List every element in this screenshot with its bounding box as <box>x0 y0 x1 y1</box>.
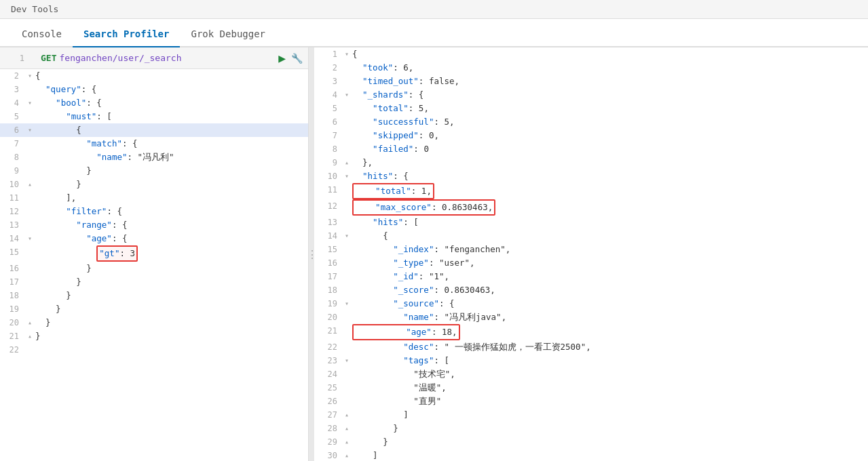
left-code-line-19: 19 } <box>0 302 308 316</box>
fold-icon[interactable]: ▾ <box>24 232 35 245</box>
left-code-line-18: 18 } <box>0 289 308 302</box>
app-title: Dev Tools <box>11 4 58 14</box>
right-code-content: "_type": "user", <box>352 256 868 270</box>
line-number: 13 <box>0 218 24 232</box>
code-content: "filter": { <box>35 205 308 218</box>
right-code-content: "_shards": { <box>352 88 868 102</box>
line-number: 2 <box>314 61 341 75</box>
line-number: 2 <box>0 69 24 83</box>
right-code-content: } <box>352 435 868 449</box>
right-code-line-26: 26 "直男" <box>314 395 868 408</box>
left-code-line-15: 15 "gt": 3 <box>0 245 308 262</box>
line-number: 23 <box>314 354 341 367</box>
fold-icon[interactable]: ▴ <box>341 408 352 422</box>
fold-icon[interactable]: ▴ <box>341 422 352 435</box>
fold-icon[interactable]: ▾ <box>341 354 352 367</box>
line-number: 5 <box>0 110 24 123</box>
right-code-content: "_source": { <box>352 297 868 310</box>
fold-icon[interactable]: ▴ <box>341 156 352 169</box>
line-number: 8 <box>0 151 24 164</box>
code-content: ], <box>35 191 308 205</box>
fold-icon[interactable]: ▾ <box>341 229 352 243</box>
code-content: } <box>35 329 308 343</box>
right-code-line-12: 12 "max_score": 0.8630463, <box>314 199 868 216</box>
right-code-line-16: 16 "_type": "user", <box>314 256 868 270</box>
tab-grok-debugger[interactable]: Grok Debugger <box>180 22 276 47</box>
line-number: 15 <box>0 245 24 259</box>
left-panel: 1 GET fenganchen/user/_search ▶ 🔧 2▾{3 "… <box>0 47 309 461</box>
main-content: 1 GET fenganchen/user/_search ▶ 🔧 2▾{3 "… <box>0 47 868 461</box>
right-code-line-11: 11 "total": 1, <box>314 183 868 199</box>
line-number: 4 <box>0 96 24 110</box>
fold-icon[interactable]: ▴ <box>341 449 352 461</box>
right-code-content: ] <box>352 449 868 461</box>
fold-icon[interactable]: ▾ <box>341 88 352 102</box>
left-code-line-12: 12 "filter": { <box>0 205 308 218</box>
fold-icon[interactable]: ▾ <box>24 96 35 110</box>
fold-icon[interactable]: ▾ <box>341 47 352 61</box>
line-number: 16 <box>0 262 24 275</box>
right-code-content: "_score": 0.8630463, <box>352 283 868 297</box>
line-number: 17 <box>314 270 341 283</box>
left-code-line-3: 3 "query": { <box>0 83 308 96</box>
right-code-content: "timed_out": false, <box>352 75 868 88</box>
right-code-content: "_index": "fenganchen", <box>352 243 868 256</box>
left-code-area[interactable]: 2▾{3 "query": {4▾ "bool": {5 "must": [6▾… <box>0 69 308 461</box>
line-number: 15 <box>314 243 341 256</box>
request-line-num: 1 <box>5 54 30 63</box>
right-code-content: ] <box>352 408 868 422</box>
line-number: 24 <box>314 367 341 381</box>
code-content: } <box>35 289 308 302</box>
line-number: 9 <box>314 156 341 169</box>
fold-icon[interactable]: ▴ <box>24 329 35 343</box>
tab-console[interactable]: Console <box>11 22 73 47</box>
line-number: 8 <box>314 142 341 156</box>
fold-icon[interactable]: ▴ <box>24 178 35 191</box>
line-number: 3 <box>0 83 24 96</box>
right-code-line-17: 17 "_id": "1", <box>314 270 868 283</box>
right-code-line-10: 10▾ "hits": { <box>314 169 868 183</box>
right-code-content: "took": 6, <box>352 61 868 75</box>
left-code-line-21: 21▴} <box>0 329 308 343</box>
right-code-line-20: 20 "name": "冯凡利java", <box>314 310 868 324</box>
code-content: } <box>35 275 308 289</box>
line-number: 20 <box>0 316 24 329</box>
right-code-line-8: 8 "failed": 0 <box>314 142 868 156</box>
left-code-line-6: 6▾ { <box>0 123 308 137</box>
right-code-line-2: 2 "took": 6, <box>314 61 868 75</box>
line-number: 21 <box>314 324 341 338</box>
left-code-line-14: 14▾ "age": { <box>0 232 308 245</box>
left-code-line-17: 17 } <box>0 275 308 289</box>
right-code-line-15: 15 "_index": "fenganchen", <box>314 243 868 256</box>
request-bar: 1 GET fenganchen/user/_search ▶ 🔧 <box>0 47 308 69</box>
panel-divider[interactable]: ⋮ <box>309 47 314 461</box>
tab-search-profiler[interactable]: Search Profiler <box>73 22 180 47</box>
fold-icon[interactable]: ▾ <box>24 123 35 137</box>
play-button[interactable]: ▶ <box>278 51 286 65</box>
line-number: 9 <box>0 164 24 178</box>
right-code-area[interactable]: 1▾{2 "took": 6,3 "timed_out": false,4▾ "… <box>314 47 868 461</box>
left-code-line-5: 5 "must": [ <box>0 110 308 123</box>
line-number: 4 <box>314 88 341 102</box>
line-number: 18 <box>314 283 341 297</box>
right-code-content: "skipped": 0, <box>352 129 868 142</box>
code-content: { <box>35 123 308 137</box>
right-code-content: "技术宅", <box>352 367 868 381</box>
code-content: { <box>35 69 308 83</box>
wrench-button[interactable]: 🔧 <box>291 53 303 64</box>
fold-icon[interactable]: ▴ <box>24 316 35 329</box>
fold-icon[interactable]: ▾ <box>341 297 352 310</box>
http-method: GET <box>41 53 56 63</box>
right-code-content: "desc": " 一顿操作猛如虎，一看工资2500", <box>352 340 868 354</box>
right-code-content: "温暖", <box>352 381 868 395</box>
right-code-line-30: 30▴ ] <box>314 449 868 461</box>
right-code-line-5: 5 "total": 5, <box>314 102 868 115</box>
right-code-content: "_id": "1", <box>352 270 868 283</box>
line-number: 20 <box>314 310 341 324</box>
request-url: fenganchen/user/_search <box>59 53 181 63</box>
fold-icon[interactable]: ▾ <box>24 69 35 83</box>
fold-icon[interactable]: ▴ <box>341 435 352 449</box>
fold-icon[interactable]: ▾ <box>341 169 352 183</box>
right-code-line-14: 14▾ { <box>314 229 868 243</box>
line-number: 6 <box>0 123 24 137</box>
